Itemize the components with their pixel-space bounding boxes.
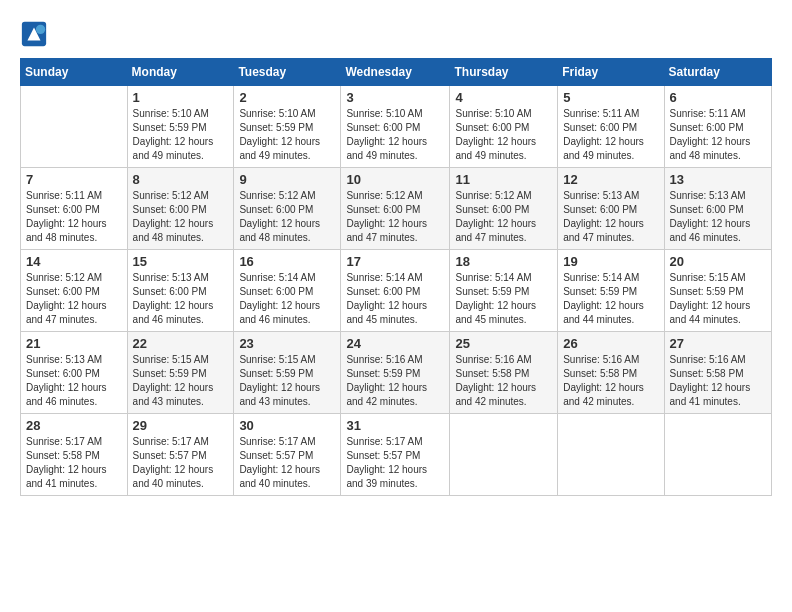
day-info: Sunrise: 5:17 AMSunset: 5:58 PMDaylight:…	[26, 435, 122, 491]
day-number: 2	[239, 90, 335, 105]
day-number: 16	[239, 254, 335, 269]
day-info: Sunrise: 5:16 AMSunset: 5:58 PMDaylight:…	[563, 353, 658, 409]
day-info: Sunrise: 5:11 AMSunset: 6:00 PMDaylight:…	[670, 107, 766, 163]
day-info: Sunrise: 5:12 AMSunset: 6:00 PMDaylight:…	[346, 189, 444, 245]
calendar-cell: 16Sunrise: 5:14 AMSunset: 6:00 PMDayligh…	[234, 250, 341, 332]
day-number: 20	[670, 254, 766, 269]
calendar-cell: 12Sunrise: 5:13 AMSunset: 6:00 PMDayligh…	[558, 168, 664, 250]
calendar-cell: 18Sunrise: 5:14 AMSunset: 5:59 PMDayligh…	[450, 250, 558, 332]
day-number: 17	[346, 254, 444, 269]
calendar-cell: 29Sunrise: 5:17 AMSunset: 5:57 PMDayligh…	[127, 414, 234, 496]
day-info: Sunrise: 5:10 AMSunset: 5:59 PMDaylight:…	[239, 107, 335, 163]
day-number: 25	[455, 336, 552, 351]
day-number: 19	[563, 254, 658, 269]
calendar-cell: 2Sunrise: 5:10 AMSunset: 5:59 PMDaylight…	[234, 86, 341, 168]
day-number: 11	[455, 172, 552, 187]
day-number: 29	[133, 418, 229, 433]
calendar-cell	[21, 86, 128, 168]
calendar-cell: 25Sunrise: 5:16 AMSunset: 5:58 PMDayligh…	[450, 332, 558, 414]
calendar-cell: 26Sunrise: 5:16 AMSunset: 5:58 PMDayligh…	[558, 332, 664, 414]
day-number: 9	[239, 172, 335, 187]
day-info: Sunrise: 5:15 AMSunset: 5:59 PMDaylight:…	[133, 353, 229, 409]
calendar-cell: 27Sunrise: 5:16 AMSunset: 5:58 PMDayligh…	[664, 332, 771, 414]
day-info: Sunrise: 5:10 AMSunset: 6:00 PMDaylight:…	[455, 107, 552, 163]
day-number: 8	[133, 172, 229, 187]
calendar-cell	[450, 414, 558, 496]
day-info: Sunrise: 5:15 AMSunset: 5:59 PMDaylight:…	[239, 353, 335, 409]
col-monday: Monday	[127, 59, 234, 86]
calendar-cell: 20Sunrise: 5:15 AMSunset: 5:59 PMDayligh…	[664, 250, 771, 332]
calendar-cell: 17Sunrise: 5:14 AMSunset: 6:00 PMDayligh…	[341, 250, 450, 332]
calendar-cell: 23Sunrise: 5:15 AMSunset: 5:59 PMDayligh…	[234, 332, 341, 414]
calendar-cell: 31Sunrise: 5:17 AMSunset: 5:57 PMDayligh…	[341, 414, 450, 496]
calendar-cell: 28Sunrise: 5:17 AMSunset: 5:58 PMDayligh…	[21, 414, 128, 496]
day-info: Sunrise: 5:10 AMSunset: 6:00 PMDaylight:…	[346, 107, 444, 163]
calendar-week-5: 28Sunrise: 5:17 AMSunset: 5:58 PMDayligh…	[21, 414, 772, 496]
calendar-table: Sunday Monday Tuesday Wednesday Thursday…	[20, 58, 772, 496]
calendar-cell: 1Sunrise: 5:10 AMSunset: 5:59 PMDaylight…	[127, 86, 234, 168]
header-row: Sunday Monday Tuesday Wednesday Thursday…	[21, 59, 772, 86]
day-info: Sunrise: 5:14 AMSunset: 6:00 PMDaylight:…	[346, 271, 444, 327]
col-thursday: Thursday	[450, 59, 558, 86]
day-number: 24	[346, 336, 444, 351]
day-info: Sunrise: 5:12 AMSunset: 6:00 PMDaylight:…	[455, 189, 552, 245]
day-info: Sunrise: 5:13 AMSunset: 6:00 PMDaylight:…	[670, 189, 766, 245]
day-number: 5	[563, 90, 658, 105]
day-info: Sunrise: 5:14 AMSunset: 5:59 PMDaylight:…	[455, 271, 552, 327]
day-number: 13	[670, 172, 766, 187]
day-info: Sunrise: 5:14 AMSunset: 5:59 PMDaylight:…	[563, 271, 658, 327]
day-info: Sunrise: 5:16 AMSunset: 5:59 PMDaylight:…	[346, 353, 444, 409]
calendar-cell: 19Sunrise: 5:14 AMSunset: 5:59 PMDayligh…	[558, 250, 664, 332]
calendar-cell: 14Sunrise: 5:12 AMSunset: 6:00 PMDayligh…	[21, 250, 128, 332]
day-info: Sunrise: 5:16 AMSunset: 5:58 PMDaylight:…	[670, 353, 766, 409]
day-info: Sunrise: 5:10 AMSunset: 5:59 PMDaylight:…	[133, 107, 229, 163]
calendar-cell: 22Sunrise: 5:15 AMSunset: 5:59 PMDayligh…	[127, 332, 234, 414]
calendar-cell: 10Sunrise: 5:12 AMSunset: 6:00 PMDayligh…	[341, 168, 450, 250]
page-header	[20, 20, 772, 48]
calendar-cell: 21Sunrise: 5:13 AMSunset: 6:00 PMDayligh…	[21, 332, 128, 414]
col-saturday: Saturday	[664, 59, 771, 86]
calendar-week-2: 7Sunrise: 5:11 AMSunset: 6:00 PMDaylight…	[21, 168, 772, 250]
calendar-cell: 9Sunrise: 5:12 AMSunset: 6:00 PMDaylight…	[234, 168, 341, 250]
calendar-week-3: 14Sunrise: 5:12 AMSunset: 6:00 PMDayligh…	[21, 250, 772, 332]
day-number: 28	[26, 418, 122, 433]
col-wednesday: Wednesday	[341, 59, 450, 86]
day-info: Sunrise: 5:13 AMSunset: 6:00 PMDaylight:…	[563, 189, 658, 245]
day-number: 4	[455, 90, 552, 105]
day-number: 15	[133, 254, 229, 269]
calendar-cell: 4Sunrise: 5:10 AMSunset: 6:00 PMDaylight…	[450, 86, 558, 168]
col-sunday: Sunday	[21, 59, 128, 86]
calendar-cell: 5Sunrise: 5:11 AMSunset: 6:00 PMDaylight…	[558, 86, 664, 168]
calendar-cell: 30Sunrise: 5:17 AMSunset: 5:57 PMDayligh…	[234, 414, 341, 496]
day-info: Sunrise: 5:16 AMSunset: 5:58 PMDaylight:…	[455, 353, 552, 409]
svg-point-2	[36, 25, 45, 34]
day-number: 31	[346, 418, 444, 433]
day-number: 12	[563, 172, 658, 187]
calendar-cell: 3Sunrise: 5:10 AMSunset: 6:00 PMDaylight…	[341, 86, 450, 168]
calendar-cell: 13Sunrise: 5:13 AMSunset: 6:00 PMDayligh…	[664, 168, 771, 250]
day-number: 6	[670, 90, 766, 105]
day-number: 22	[133, 336, 229, 351]
calendar-cell	[664, 414, 771, 496]
day-info: Sunrise: 5:17 AMSunset: 5:57 PMDaylight:…	[133, 435, 229, 491]
calendar-week-4: 21Sunrise: 5:13 AMSunset: 6:00 PMDayligh…	[21, 332, 772, 414]
calendar-cell: 15Sunrise: 5:13 AMSunset: 6:00 PMDayligh…	[127, 250, 234, 332]
col-tuesday: Tuesday	[234, 59, 341, 86]
calendar-cell: 24Sunrise: 5:16 AMSunset: 5:59 PMDayligh…	[341, 332, 450, 414]
day-number: 3	[346, 90, 444, 105]
day-number: 1	[133, 90, 229, 105]
day-info: Sunrise: 5:17 AMSunset: 5:57 PMDaylight:…	[239, 435, 335, 491]
col-friday: Friday	[558, 59, 664, 86]
day-number: 30	[239, 418, 335, 433]
day-info: Sunrise: 5:14 AMSunset: 6:00 PMDaylight:…	[239, 271, 335, 327]
calendar-cell: 6Sunrise: 5:11 AMSunset: 6:00 PMDaylight…	[664, 86, 771, 168]
calendar-week-1: 1Sunrise: 5:10 AMSunset: 5:59 PMDaylight…	[21, 86, 772, 168]
logo	[20, 20, 50, 48]
day-number: 10	[346, 172, 444, 187]
calendar-cell: 11Sunrise: 5:12 AMSunset: 6:00 PMDayligh…	[450, 168, 558, 250]
day-info: Sunrise: 5:12 AMSunset: 6:00 PMDaylight:…	[239, 189, 335, 245]
calendar-cell	[558, 414, 664, 496]
logo-icon	[20, 20, 48, 48]
day-number: 26	[563, 336, 658, 351]
day-info: Sunrise: 5:13 AMSunset: 6:00 PMDaylight:…	[133, 271, 229, 327]
